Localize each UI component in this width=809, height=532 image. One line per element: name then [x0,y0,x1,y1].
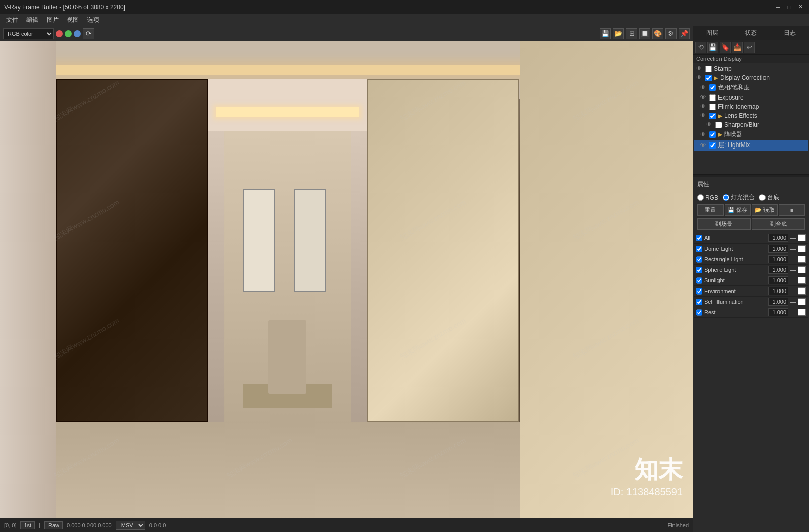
menu-button[interactable]: ≡ [779,204,805,216]
green-channel-button[interactable] [65,30,72,37]
layer-display-correction[interactable]: 👁 ▶ Display Correction [694,73,808,82]
save-image-button[interactable]: 💾 [600,28,611,39]
light-rest-value[interactable] [768,308,788,316]
color-space-select[interactable]: MSV [116,521,145,530]
radio-lightmix-input[interactable] [723,194,729,201]
radio-rgb-input[interactable] [697,194,704,201]
radio-composite-input[interactable] [759,194,766,201]
slider-sphere[interactable]: — [790,267,796,273]
minimize-button[interactable]: ─ [774,3,783,12]
light-sun-color[interactable] [798,277,806,284]
check-rest[interactable] [696,309,702,316]
refresh-button[interactable]: ⟳ [83,28,94,39]
render-viewport[interactable]: 知末网www.znzmo.com 知末网www.znzmo.com 知末网www… [0,41,693,518]
panel-tool-1[interactable]: ⟲ [695,42,706,53]
close-button[interactable]: ✕ [796,3,805,12]
pin-button[interactable]: 📌 [679,28,690,39]
maximize-button[interactable]: □ [785,3,794,12]
settings-button[interactable]: ⚙ [665,28,677,39]
slider-env[interactable]: — [790,288,796,294]
layer-lens-effects[interactable]: 👁 ▶ Lens Effects [694,111,808,120]
menu-view[interactable]: 视图 [63,15,83,25]
layer-filmic[interactable]: 👁 Filmic tonemap [694,102,808,111]
layer-sharpen[interactable]: 👁 Sharpen/Blur [694,120,808,129]
color-mode-select[interactable]: RGB color [3,28,54,39]
to-composite-button[interactable]: 到台底 [752,218,805,230]
eye-icon-exposure[interactable]: 👁 [700,94,707,101]
slider-self-illum[interactable]: — [790,299,796,305]
check-sun[interactable] [696,277,702,284]
slider-sun[interactable]: — [790,277,796,283]
tab-status[interactable]: 状态 [732,27,770,39]
check-color[interactable] [709,84,716,91]
light-self-illum-color[interactable] [798,298,806,305]
menu-edit[interactable]: 编辑 [22,15,42,25]
radio-lightmix[interactable]: 灯光混合 [723,193,755,202]
check-filmic[interactable] [709,104,716,110]
check-exposure[interactable] [709,94,716,101]
light-rest-color[interactable] [798,309,806,316]
layer-lightmix[interactable]: 👁 层: LightMix [694,140,808,151]
light-dome-value[interactable] [768,245,788,253]
layer-noise[interactable]: 👁 ▶ 降噪器 [694,129,808,140]
light-env-value[interactable] [768,287,788,295]
light-dome-color[interactable] [798,245,806,252]
check-all[interactable] [696,235,702,241]
check-dome[interactable] [696,246,702,252]
panel-tool-3[interactable]: 🔖 [720,42,731,53]
eye-icon-lens[interactable]: 👁 [700,112,707,119]
radio-rgb[interactable]: RGB [697,194,718,201]
color-picker-button[interactable]: 🎨 [652,28,663,39]
save-button[interactable]: 💾 保存 [725,204,751,216]
channel-select-button[interactable]: 1st [20,521,35,529]
light-self-illum-value[interactable] [768,298,788,306]
layer-stamp[interactable]: 👁 Stamp [694,64,808,73]
eye-icon-stamp[interactable]: 👁 [696,65,703,72]
check-lightmix[interactable] [709,142,716,149]
eye-icon-display-correction[interactable]: 👁 [696,74,703,81]
check-stamp[interactable] [705,66,712,72]
check-env[interactable] [696,288,702,295]
panel-tool-5[interactable]: ↩ [744,42,755,53]
to-scene-button[interactable]: 到场景 [697,218,751,230]
tab-log[interactable]: 日志 [771,27,809,39]
tab-layers[interactable]: 图层 [693,27,732,39]
light-rect-color[interactable] [798,256,806,263]
check-self-illum[interactable] [696,299,702,305]
light-rect-value[interactable] [768,255,788,263]
check-sharpen[interactable] [715,122,722,128]
check-noise[interactable] [709,131,716,138]
load-button[interactable]: 📂 读取 [752,204,778,216]
layer-color-balance[interactable]: 👁 色相/饱和度 [694,82,808,93]
check-sphere[interactable] [696,267,702,273]
light-sun-value[interactable] [768,276,788,284]
blue-channel-button[interactable] [74,30,81,37]
layer-exposure[interactable]: 👁 Exposure [694,93,808,102]
slider-rect[interactable]: — [790,256,796,262]
eye-icon-sharpen[interactable]: 👁 [706,121,713,128]
eye-icon-filmic[interactable]: 👁 [700,103,707,110]
slider-rest[interactable]: — [790,309,796,315]
light-env-color[interactable] [798,287,806,295]
load-image-button[interactable]: 📂 [613,28,624,39]
light-sphere-value[interactable] [768,266,788,274]
red-channel-button[interactable] [56,30,63,37]
panel-tool-4[interactable]: 📥 [732,42,743,53]
eye-icon-color[interactable]: 👁 [700,84,707,91]
check-rect[interactable] [696,256,702,263]
radio-composite[interactable]: 台底 [759,193,779,202]
menu-image[interactable]: 图片 [42,15,63,25]
region-button[interactable]: ⊞ [626,28,637,39]
panel-tool-2[interactable]: 💾 [707,42,718,53]
raw-button[interactable]: Raw [44,521,63,529]
check-display-correction[interactable] [705,75,712,81]
light-all-value[interactable] [768,234,788,242]
eye-icon-lightmix[interactable]: 👁 [700,142,707,149]
menu-file[interactable]: 文件 [2,15,22,25]
slider-all[interactable]: — [790,235,796,241]
zoom-button[interactable]: 🔲 [639,28,650,39]
check-lens[interactable] [709,113,716,119]
light-all-color[interactable] [798,234,806,241]
light-sphere-color[interactable] [798,266,806,273]
reset-button[interactable]: 重置 [697,204,724,216]
